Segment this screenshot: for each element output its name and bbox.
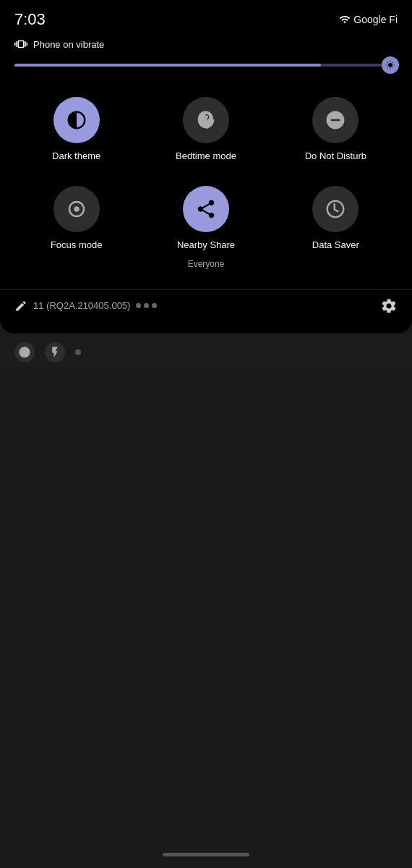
vibrate-status-row: Phone on vibrate: [0, 35, 412, 56]
tile-nearby-share[interactable]: Nearby Share Everyone: [141, 174, 270, 281]
dnd-icon: [325, 109, 346, 131]
clock-app-icon[interactable]: [14, 342, 35, 362]
data-saver-icon-bg: [312, 186, 359, 232]
pencil-icon[interactable]: [14, 299, 27, 312]
version-text: 11 (RQ2A.210405.005): [33, 300, 130, 311]
status-bar: 7:03 Google Fi: [0, 0, 412, 35]
bedtime-icon-bg: [183, 97, 229, 143]
settings-icon[interactable]: [380, 297, 398, 315]
signal-icon: [339, 14, 351, 25]
vibrate-label: Phone on vibrate: [33, 39, 104, 50]
status-right: Google Fi: [339, 14, 398, 25]
tiles-grid: Dark theme Bedtime mode Do Not Distur: [0, 80, 412, 286]
svg-point-1: [74, 206, 80, 212]
bedtime-label: Bedtime mode: [176, 150, 236, 163]
focus-label: Focus mode: [51, 239, 103, 252]
bottom-bar: 11 (RQ2A.210405.005): [0, 289, 412, 322]
focus-icon-bg: [53, 186, 100, 232]
dot-2: [144, 303, 149, 308]
dnd-label: Do Not Disturb: [305, 150, 366, 163]
flash-app-icon[interactable]: [45, 342, 65, 362]
brightness-slider[interactable]: [14, 64, 398, 67]
home-indicator[interactable]: [163, 853, 249, 856]
vibrate-icon: [14, 38, 27, 51]
brightness-row[interactable]: [0, 56, 412, 80]
dark-theme-icon: [66, 109, 87, 131]
quick-settings-panel: 7:03 Google Fi Phone on vibrate: [0, 0, 412, 333]
dnd-icon-bg: [312, 97, 359, 143]
tile-do-not-disturb[interactable]: Do Not Disturb: [271, 85, 400, 174]
tile-dark-theme[interactable]: Dark theme: [12, 85, 141, 174]
tile-focus-mode[interactable]: Focus mode: [12, 174, 141, 281]
flash-icon: [48, 346, 61, 359]
dot-1: [136, 303, 141, 308]
dot-3: [152, 303, 157, 308]
clock-icon: [18, 346, 31, 359]
bedtime-icon: [195, 109, 217, 131]
page-dots: [136, 303, 157, 308]
bottom-left: 11 (RQ2A.210405.005): [14, 299, 157, 312]
brightness-fill: [14, 64, 321, 67]
time-display: 7:03: [14, 10, 46, 29]
sun-icon: [385, 60, 395, 70]
app-shortcuts-panel: [0, 333, 412, 371]
tile-bedtime-mode[interactable]: Bedtime mode: [141, 85, 270, 174]
tile-data-saver[interactable]: Data Saver: [271, 174, 400, 281]
dark-theme-label: Dark theme: [52, 150, 100, 163]
carrier-label: Google Fi: [353, 14, 398, 25]
nearby-share-icon: [195, 198, 217, 220]
indicator-dot: [75, 349, 81, 355]
dark-theme-icon-bg: [53, 97, 100, 143]
data-saver-icon: [325, 198, 346, 220]
nearby-label: Nearby Share: [177, 239, 235, 252]
nearby-sublabel: Everyone: [188, 259, 225, 269]
nearby-icon-bg: [183, 186, 229, 232]
focus-icon: [66, 198, 87, 220]
data-saver-label: Data Saver: [312, 239, 359, 252]
brightness-thumb: [382, 56, 399, 74]
